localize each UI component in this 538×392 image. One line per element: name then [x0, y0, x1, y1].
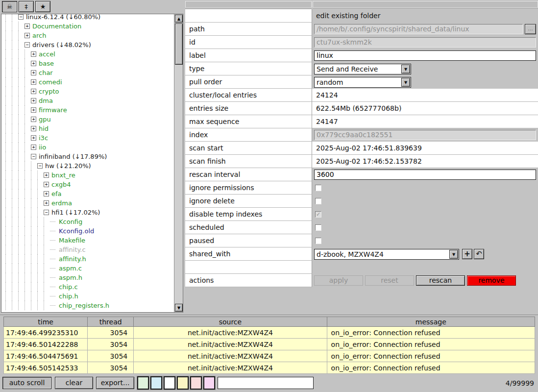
expand-toggle-icon[interactable]: + [44, 191, 49, 196]
tree-item[interactable]: +erdma [1, 198, 174, 208]
ignore-permissions-checkbox[interactable] [315, 185, 321, 191]
label-input[interactable]: linux [314, 50, 536, 61]
expand-toggle-icon[interactable]: + [31, 107, 36, 113]
expand-toggle-icon[interactable]: + [24, 33, 30, 38]
chevron-down-icon[interactable]: ▼ [449, 250, 458, 259]
remove-button[interactable]: remove [467, 275, 516, 286]
tree-item[interactable]: −linux-6.12.4 (↓60.80%) [1, 14, 174, 22]
tree-item[interactable]: aspm.h [1, 273, 174, 282]
tree-item-label[interactable]: Kconfig.old [59, 226, 94, 236]
scrollbar-thumb[interactable] [175, 24, 183, 65]
tree-item[interactable]: aspm.c [1, 264, 174, 273]
expand-toggle-icon[interactable]: − [31, 154, 36, 159]
paused-checkbox[interactable] [315, 238, 321, 244]
symlinks-button[interactable]: ‡ [19, 1, 34, 12]
tree-item[interactable]: Makefile [1, 236, 174, 245]
tree-item-label[interactable]: drivers (↓48.02%) [32, 40, 91, 49]
expand-toggle-icon[interactable]: − [24, 42, 30, 48]
tree-item-label[interactable]: comedi [39, 77, 62, 87]
tree-scrollbar[interactable]: ▲ ▼ [174, 14, 183, 312]
tree-item-label[interactable]: dma [39, 96, 53, 105]
log-row[interactable]: 17:49:46.4992353103054net.init/active:MZ… [4, 327, 535, 339]
tree-item-label[interactable]: affinity.c [59, 245, 86, 254]
tree-item[interactable]: +gpu [1, 115, 174, 124]
tree-item[interactable]: chip.c [1, 282, 174, 292]
tree-item-label[interactable]: Makefile [59, 236, 85, 245]
tree-item-label[interactable]: cxgb4 [51, 180, 71, 189]
tree-item[interactable]: +arch [1, 31, 174, 40]
tree-item-label[interactable]: affinity.h [59, 254, 86, 264]
log-color-toggle-white[interactable] [164, 376, 175, 390]
expand-toggle-icon[interactable]: + [44, 172, 49, 178]
tree-item[interactable]: +Documentation [1, 22, 174, 31]
tree-item[interactable]: +char [1, 68, 174, 77]
tree-item[interactable]: chip_registers.h [1, 301, 174, 310]
log-color-toggle-green[interactable] [137, 376, 149, 390]
expand-toggle-icon[interactable]: + [31, 70, 36, 75]
tree-item-label[interactable]: erdma [51, 198, 72, 208]
tree-item[interactable]: +base [1, 59, 174, 68]
log-color-toggle-pink[interactable] [190, 376, 202, 390]
scroll-up-icon[interactable]: ▲ [175, 15, 183, 23]
expand-toggle-icon[interactable]: − [18, 14, 24, 20]
tree-item-label[interactable]: arch [32, 31, 46, 40]
tree-item-label[interactable]: aspm.h [59, 273, 82, 282]
favorites-button[interactable]: ★ [35, 1, 50, 12]
tree-item[interactable]: chip.h [1, 292, 174, 301]
index-field[interactable]: 0x779cc9aa0c182551 [314, 130, 536, 140]
path-field[interactable]: /home/b/.config/syncspirit/shared_data/l… [314, 24, 523, 34]
expand-toggle-icon[interactable]: + [44, 200, 49, 206]
type-select[interactable]: Send and Receive▼ [314, 64, 411, 74]
tree-item-label[interactable]: chip_registers.h [59, 301, 109, 310]
expand-toggle-icon[interactable]: + [31, 117, 36, 122]
log-color-toggle-yellow[interactable] [177, 376, 189, 390]
log-color-toggle-magenta[interactable] [203, 376, 215, 390]
tree-item[interactable]: −hw (↓21.20%) [1, 161, 174, 171]
expand-toggle-icon[interactable]: + [31, 135, 36, 141]
tree-item[interactable]: +dma [1, 96, 174, 105]
tree-item[interactable]: −drivers (↓48.02%) [1, 40, 174, 49]
expand-toggle-icon[interactable]: + [31, 79, 36, 85]
tree-item[interactable]: +accel [1, 49, 174, 59]
export-button[interactable]: export... [96, 377, 134, 389]
pull-order-select[interactable]: random▼ [314, 77, 411, 88]
rescan-button[interactable]: rescan [416, 275, 465, 286]
tree-item[interactable]: +crypto [1, 87, 174, 96]
tree-item[interactable]: affinity.c [1, 245, 174, 254]
tree-item[interactable]: −hfi1 (↓17.02%) [1, 208, 174, 217]
expand-toggle-icon[interactable]: + [31, 126, 36, 131]
scroll-down-icon[interactable]: ▼ [175, 304, 183, 312]
expand-toggle-icon[interactable]: − [37, 163, 43, 169]
undo-button[interactable]: ↶ [474, 249, 484, 259]
log-row[interactable]: 17:49:46.5051425333054net.init/active:MZ… [4, 362, 535, 374]
tree-item[interactable]: +iio [1, 143, 174, 152]
tree-item[interactable]: −infiniband (↓17.89%) [1, 152, 174, 161]
tree-item-label[interactable]: char [39, 68, 53, 77]
tree-item[interactable]: +i3c [1, 133, 174, 143]
expand-toggle-icon[interactable]: + [24, 24, 30, 29]
log-column-header[interactable]: thread [88, 317, 134, 327]
tree-item-label[interactable]: iio [39, 143, 46, 152]
log-column-header[interactable]: source [134, 317, 327, 327]
log-column-header[interactable]: message [327, 317, 535, 327]
scheduled-checkbox[interactable] [315, 224, 321, 231]
tree-item-label[interactable]: linux-6.12.4 (↓60.80%) [26, 14, 100, 22]
clear-button[interactable]: clear [55, 377, 93, 389]
tree-item-label[interactable]: accel [39, 49, 55, 59]
tree-item[interactable]: +efa [1, 189, 174, 198]
log-row[interactable]: 17:49:46.5014222883054net.init/active:MZ… [4, 339, 535, 350]
expand-toggle-icon[interactable]: + [44, 182, 49, 187]
log-filter-input[interactable] [218, 377, 314, 389]
deleted-files-button[interactable]: ☠ [2, 1, 17, 12]
auto-scroll-button[interactable]: auto scroll [2, 377, 51, 389]
tree-item-label[interactable]: chip.h [59, 292, 78, 301]
tree-item-label[interactable]: chip.c [59, 282, 78, 292]
tree-item-label[interactable]: crypto [39, 87, 59, 96]
chevron-down-icon[interactable]: ▼ [401, 65, 410, 74]
tree-item-label[interactable]: hw (↓21.20%) [45, 161, 91, 171]
tree-item-label[interactable]: i3c [39, 133, 48, 143]
add-device-button[interactable]: + [462, 249, 472, 259]
tree-item-label[interactable]: gpu [39, 115, 51, 124]
shared-with-select[interactable]: d-zbook, MZXW4Z4▼ [314, 249, 459, 260]
expand-toggle-icon[interactable]: + [31, 61, 36, 66]
